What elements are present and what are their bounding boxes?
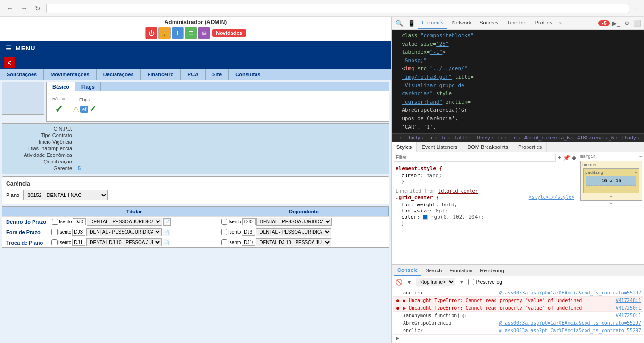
titular-code-3[interactable] <box>72 239 85 246</box>
tab-rendering[interactable]: Rendering <box>476 266 508 275</box>
bookmark-button[interactable]: ☆ <box>633 5 639 12</box>
tab-styles[interactable]: Styles <box>392 142 417 152</box>
devtools-device-icon[interactable]: 📱 <box>406 18 417 29</box>
titular-doc-btn-2[interactable]: 📄 <box>163 229 170 236</box>
tab-movimentacoes[interactable]: Movimentações <box>44 69 97 80</box>
console-input[interactable] <box>403 335 641 341</box>
table-row: Fora de Prazo Isento DENTAL - PESSOA JUR… <box>2 227 389 237</box>
console-log-levels[interactable]: ▼ <box>459 279 464 285</box>
titular-cb-3[interactable] <box>51 239 58 245</box>
filter-input[interactable] <box>394 154 556 162</box>
console-prompt-icon: ▶ <box>395 335 401 341</box>
page-content: Básico Flags Básico ✓ Flags ⚠ <box>0 80 391 343</box>
tab-search[interactable]: Search <box>421 266 446 275</box>
basico-label: Básico <box>52 97 65 101</box>
titular-cell-1: Isento DENTAL - PESSOA JURIDICA PR 📄 <box>50 217 220 227</box>
back-button[interactable]: ← <box>5 4 15 13</box>
devtools-search-icon[interactable]: 🔍 <box>394 18 405 29</box>
tab-properties[interactable]: Properties <box>513 142 547 152</box>
style-prop: cursor: hand; <box>396 172 574 179</box>
titular-doc-btn-3[interactable]: 📄 <box>163 239 170 246</box>
field-atividade-economica: Atividade Econômica <box>6 152 385 158</box>
company-tabs-header: Básico Flags <box>47 82 389 91</box>
dock-btn[interactable]: ⬜ <box>633 19 642 28</box>
console-link-2[interactable]: @ ass0053a.asp?pt=Car%EAncia&cod_ts_cont… <box>499 320 641 326</box>
tab-financeiro[interactable]: Financeiro <box>141 69 181 80</box>
console-link-3[interactable]: @ ass0053a.asp?pt=Car%EAncia&cod_ts_cont… <box>499 328 641 333</box>
dep-cb-3[interactable] <box>221 239 227 245</box>
titular-plan-1[interactable]: DENTAL - PESSOA JURIDICA PR <box>87 218 162 226</box>
pin-icon[interactable]: 📌 <box>563 155 570 161</box>
titular-plan-2[interactable]: DENTAL - PESSOA JURIDICA PR <box>86 228 162 236</box>
lock-icon[interactable]: 🔒 <box>158 27 171 39</box>
preserve-log-cb[interactable] <box>468 279 474 285</box>
refresh-button[interactable]: ↻ <box>33 4 42 13</box>
html-line: <img src="../../gen/" <box>396 65 640 73</box>
titular-isento-2: Isento <box>58 229 71 235</box>
dep-code-2[interactable] <box>242 229 255 236</box>
console-link-1[interactable]: @ ass0053a.asp?pt=Car%EAncia&cod_ts_cont… <box>499 290 641 295</box>
console-vm-link-2[interactable]: VM17250:1 <box>616 305 641 310</box>
tab-rca[interactable]: RCA <box>181 69 206 80</box>
dep-isento-2: Isento <box>228 229 241 235</box>
dep-code-3[interactable] <box>242 239 255 246</box>
tab-flags[interactable]: Flags <box>75 82 101 91</box>
tab-solicitacoes[interactable]: Solicitações <box>0 69 44 80</box>
console-clear-btn[interactable]: 🚫 <box>396 279 403 286</box>
tab-network[interactable]: Network <box>448 17 475 29</box>
tab-timeline[interactable]: Timeline <box>504 17 530 29</box>
style-source-link[interactable]: <style>…</style> <box>529 195 574 202</box>
inicio-vigencia-label: Início Vigência <box>6 139 72 145</box>
dep-plan-3[interactable]: DENTAL DJ 10 - PESSOA JURIDI <box>256 238 331 246</box>
list-icon[interactable]: ☰ <box>185 27 197 39</box>
dep-code-1[interactable] <box>242 218 256 225</box>
row-label-troca: Troca de Plano <box>2 238 50 247</box>
tab-consultas[interactable]: Consultas <box>229 69 267 80</box>
titular-cb-2[interactable] <box>51 229 58 235</box>
tab-site[interactable]: Site <box>206 69 229 80</box>
dep-cb-2[interactable] <box>221 229 227 235</box>
html-line: "Visualizar grupo de <box>396 82 640 90</box>
tab-profiles[interactable]: Profiles <box>531 17 556 29</box>
console-vm-link-1[interactable]: VM17248:1 <box>616 298 641 303</box>
back-arrow-button[interactable]: < <box>4 57 15 68</box>
add-style-icon[interactable]: + <box>558 155 561 161</box>
console-tabs: Console Search Emulation Rendering <box>392 265 644 276</box>
tab-basico[interactable]: Básico <box>47 82 75 91</box>
titular-plan-3[interactable]: DENTAL DJ 10 - PESSOA JURIDI <box>86 238 162 246</box>
mail-icon[interactable]: ✉ <box>198 27 210 39</box>
dep-plan-1[interactable]: DENTAL - PESSOA JURIDICA PJ <box>256 218 332 226</box>
browser-bar: ← → ↻ ☆ <box>0 0 644 17</box>
tab-dom-breakpoints[interactable]: DOM Breakpoints <box>462 142 513 152</box>
titular-code-1[interactable] <box>73 218 86 225</box>
tab-declaracoes[interactable]: Declarações <box>97 69 141 80</box>
console-btn[interactable]: ▶_ <box>611 19 621 28</box>
tab-elements[interactable]: Elements <box>418 17 447 29</box>
novidades-button[interactable]: Novidades <box>212 29 246 37</box>
tab-sources[interactable]: Sources <box>476 17 502 29</box>
tab-console[interactable]: Console <box>394 265 421 276</box>
info-icon[interactable]: i <box>172 27 184 39</box>
address-bar[interactable] <box>46 4 629 13</box>
style-prop-fs: font-size: 8pt; <box>396 208 574 214</box>
console-vm-link-3[interactable]: VM17250:1 <box>616 313 641 318</box>
dep-cb-1[interactable] <box>221 219 227 225</box>
console-filter-icon[interactable]: ▼ <box>406 279 412 286</box>
tab-event-listeners[interactable]: Event Listeners <box>417 142 462 152</box>
titular-code-2[interactable] <box>72 229 85 236</box>
plano-select[interactable]: 80152 - DENTAL I NAC <box>23 190 108 200</box>
tab-emulation[interactable]: Emulation <box>446 266 476 275</box>
color-icon[interactable]: ◆ <box>572 155 576 161</box>
titular-cb-1[interactable] <box>52 219 58 225</box>
web-panel: Administrador (ADMIN) ⏻ 🔒 i ☰ ✉ Novidade… <box>0 17 391 343</box>
titular-doc-btn-1[interactable]: 📄 <box>163 218 171 226</box>
power-icon[interactable]: ⏻ <box>145 27 157 39</box>
padding-dash: – <box>635 170 637 175</box>
forward-button[interactable]: → <box>19 4 29 13</box>
toolbar-icons: ⏻ 🔒 i ☰ ✉ <box>145 27 210 39</box>
html-line: "img/folha3.gif" title= <box>396 73 640 82</box>
settings-btn[interactable]: ⚙ <box>623 19 631 28</box>
frame-select[interactable]: <top frame> <box>416 278 455 286</box>
dep-plan-2[interactable]: DENTAL - PESSOA JURIDICA PJ <box>256 228 331 236</box>
more-tabs-icon[interactable]: » <box>557 18 563 28</box>
